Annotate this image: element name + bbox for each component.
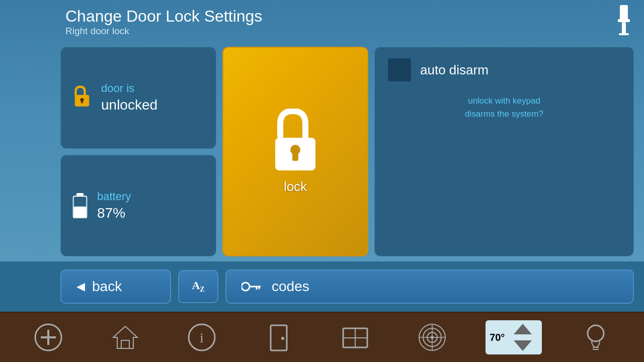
battery-icon: [71, 193, 89, 218]
door-is-label: door is: [101, 82, 157, 95]
svg-rect-6: [81, 101, 83, 104]
auto-disarm-label: auto disarm: [420, 62, 489, 78]
svg-rect-3: [619, 33, 629, 35]
taskbar: i 70°: [0, 312, 644, 362]
svg-rect-7: [76, 193, 84, 196]
taskbar-lights-button[interactable]: [576, 317, 616, 357]
taskbar-window-button[interactable]: [335, 317, 375, 357]
svg-marker-36: [514, 324, 532, 334]
taskbar-home-button[interactable]: [105, 317, 145, 357]
bottom-bar: ◀ back AZ codes: [0, 261, 644, 312]
door-status-value: unlocked: [101, 97, 157, 113]
svg-rect-25: [271, 325, 287, 350]
svg-rect-0: [620, 5, 628, 20]
auto-disarm-card: auto disarm unlock with keypad disarms t…: [374, 47, 634, 256]
security-icon: [417, 322, 447, 352]
battery-value: 87%: [97, 205, 131, 221]
taskbar-door-button[interactable]: [259, 317, 299, 357]
thermostat-temp: 70°: [490, 332, 505, 343]
taskbar-info-button[interactable]: i: [182, 317, 222, 357]
content-area: door is unlocked battery 87%: [0, 42, 644, 261]
svg-point-26: [281, 337, 284, 340]
thermostat-display: 70°: [486, 320, 542, 354]
svg-point-14: [242, 283, 250, 291]
lock-button[interactable]: lock: [222, 47, 368, 256]
door-status-card: door is unlocked: [60, 47, 216, 149]
svg-rect-1: [618, 19, 630, 22]
lock-graphic: [265, 109, 326, 174]
page-title: Change Door Lock Settings: [65, 7, 634, 26]
auto-disarm-row: auto disarm: [387, 57, 621, 82]
lightbulb-icon: [581, 322, 611, 352]
svg-rect-10: [74, 207, 87, 217]
door-status-content: door is unlocked: [101, 82, 157, 113]
left-column: door is unlocked battery 87%: [60, 47, 216, 256]
taskbar-thermostat-button[interactable]: 70°: [489, 317, 539, 357]
info-icon: i: [187, 322, 217, 352]
lock-button-label: lock: [284, 179, 307, 195]
taskbar-lock-button[interactable]: [412, 317, 452, 357]
header: Change Door Lock Settings Right door loc…: [0, 0, 644, 42]
svg-point-38: [588, 325, 604, 341]
auto-disarm-checkbox[interactable]: [387, 57, 412, 82]
back-button[interactable]: ◀ back: [60, 269, 171, 304]
battery-label: battery: [97, 190, 131, 203]
battery-card: battery 87%: [60, 155, 216, 257]
svg-rect-22: [121, 340, 129, 348]
auto-disarm-description: unlock with keypad disarms the system?: [387, 95, 621, 120]
add-icon: [33, 322, 63, 352]
window-icon: [340, 322, 370, 352]
taskbar-add-button[interactable]: [28, 317, 68, 357]
door-icon: [264, 322, 294, 352]
codes-label: codes: [272, 279, 309, 295]
svg-marker-37: [514, 340, 532, 351]
battery-content: battery 87%: [97, 190, 131, 221]
key-icon: [242, 279, 262, 294]
back-label: back: [92, 279, 122, 295]
plug-icon: [614, 5, 634, 40]
codes-button[interactable]: codes: [225, 269, 634, 304]
home-icon: [110, 322, 140, 352]
door-lock-icon: [71, 85, 93, 110]
svg-marker-21: [113, 326, 137, 348]
thermostat-arrows-icon: [508, 322, 538, 352]
svg-text:i: i: [200, 330, 204, 345]
back-arrow-icon: ◀: [76, 280, 85, 293]
page-subtitle: Right door lock: [65, 26, 634, 37]
az-icon: AZ: [192, 279, 204, 294]
svg-rect-13: [292, 153, 298, 161]
az-sort-button[interactable]: AZ: [178, 270, 218, 303]
